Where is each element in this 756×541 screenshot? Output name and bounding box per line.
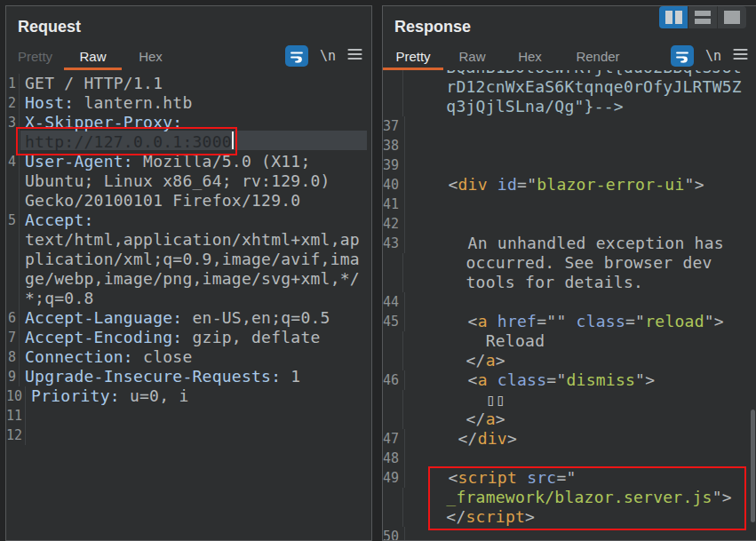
tab-render[interactable]: Render xyxy=(559,42,637,70)
line-number xyxy=(383,77,403,97)
code-line[interactable]: ▯▯ xyxy=(383,390,756,410)
code-line[interactable]: 46 <a class="dismiss"> xyxy=(383,370,756,390)
code-line[interactable]: 42 xyxy=(383,214,756,234)
layout-split-columns-button[interactable] xyxy=(659,6,688,28)
row-bar xyxy=(695,11,711,16)
code-text: BQanB1B0toewrKTjt{duo2BBqtSJUt xyxy=(403,70,742,77)
code-line[interactable]: q3jQjlSLna/Qg"}--> xyxy=(383,97,756,116)
code-line[interactable]: </script> xyxy=(383,507,756,527)
soft-wrap-toggle-icon[interactable] xyxy=(671,45,694,67)
code-line[interactable]: 39 xyxy=(383,155,756,175)
code-line[interactable]: Gecko/20100101 Firefox/129.0 xyxy=(6,191,371,211)
code-line[interactable]: ge/webp,image/png,image/svg+xml,*/ xyxy=(6,269,371,289)
code-text: <script src=" xyxy=(405,468,577,488)
response-editor[interactable]: BQanB1B0toewrKTjt{duo2BBqtSJUt rD12cnWxE… xyxy=(383,70,756,540)
code-text: occurred. See browser dev xyxy=(403,253,712,273)
line-number: 2 xyxy=(6,93,20,113)
code-text: </div> xyxy=(405,429,517,449)
tab-raw[interactable]: Raw xyxy=(443,42,501,70)
code-line[interactable]: 1GET / HTTP/1.1 xyxy=(6,74,371,93)
code-text: q3jQjlSLna/Qg"}--> xyxy=(403,97,624,116)
tab-pretty[interactable]: Pretty xyxy=(383,42,443,70)
code-line[interactable]: 41 xyxy=(383,195,756,214)
code-line[interactable]: Ubuntu; Linux x86_64; rv:129.0) xyxy=(6,171,371,191)
layout-split-rows-button[interactable] xyxy=(688,6,717,28)
code-text: Accept-Encoding: gzip, deflate xyxy=(20,328,321,347)
code-line[interactable]: text/html,application/xhtml+xml,ap xyxy=(6,230,371,250)
code-line[interactable]: BQanB1B0toewrKTjt{duo2BBqtSJUt xyxy=(383,70,756,77)
code-line[interactable]: 5Accept: xyxy=(6,211,371,230)
code-line[interactable]: 44 xyxy=(383,292,756,312)
code-line[interactable]: 43 An unhandled exception has xyxy=(383,234,756,253)
code-line[interactable]: 8Connection: close xyxy=(6,347,371,367)
code-line[interactable]: 37 xyxy=(383,116,756,136)
code-text xyxy=(405,136,409,155)
code-line[interactable]: 4User-Agent: Mozilla/5.0 (X11; xyxy=(6,152,371,171)
line-number xyxy=(6,269,20,289)
vertical-scrollbar-thumb[interactable] xyxy=(751,410,755,522)
code-line[interactable]: *;q=0.8 xyxy=(6,289,371,308)
code-text: X-Skipper-Proxy: xyxy=(20,113,182,132)
row-bar xyxy=(695,19,711,24)
code-line[interactable]: Reload xyxy=(383,331,756,351)
response-panel: Response PrettyRawHexRender \n xyxy=(382,5,756,541)
code-text: text/html,application/xhtml+xml,ap xyxy=(20,230,360,250)
line-number: 7 xyxy=(6,328,20,347)
code-text: Accept: xyxy=(20,211,94,230)
line-number: 44 xyxy=(383,292,405,312)
code-line[interactable]: http://127.0.0.1:3000 xyxy=(6,132,371,152)
code-line[interactable]: </a> xyxy=(383,410,756,429)
tab-raw[interactable]: Raw xyxy=(64,42,122,70)
line-number xyxy=(383,273,403,292)
code-line[interactable]: 40 <div id="blazor-error-ui"> xyxy=(383,175,756,195)
editor-menu-icon[interactable] xyxy=(347,48,362,64)
tab-hex[interactable]: Hex xyxy=(122,42,179,70)
request-editor[interactable]: 1GET / HTTP/1.12Host: lantern.htb3X-Skip… xyxy=(6,70,371,540)
code-line[interactable]: 49 <script src=" xyxy=(383,468,756,488)
code-line[interactable]: 11 xyxy=(6,406,371,426)
code-text: _framework/blazor.server.js"> xyxy=(403,488,732,507)
code-line[interactable]: 3X-Skipper-Proxy: xyxy=(6,113,371,132)
text-caret xyxy=(232,131,234,149)
code-line[interactable]: 2Host: lantern.htb xyxy=(6,93,371,113)
code-line[interactable]: rD12cnWxEaS6Ktqnqe0rOfyJLRTW5Z xyxy=(383,77,756,97)
code-line[interactable]: 9Upgrade-Insecure-Requests: 1 xyxy=(6,367,371,386)
code-text: </a> xyxy=(403,351,505,370)
editor-menu-icon[interactable] xyxy=(733,48,748,64)
line-number xyxy=(383,351,403,370)
code-text: Reload xyxy=(403,331,545,351)
line-number: 1 xyxy=(6,74,20,93)
code-text: Accept-Language: en-US,en;q=0.5 xyxy=(20,308,330,328)
code-line[interactable]: 47 </div> xyxy=(383,429,756,449)
code-text: </script> xyxy=(403,507,535,527)
code-text xyxy=(405,449,409,468)
column-bar xyxy=(665,11,672,24)
code-line[interactable]: 50 xyxy=(383,527,756,540)
code-text: Connection: close xyxy=(20,347,193,367)
newline-toggle-icon[interactable]: \n xyxy=(320,48,336,64)
code-line[interactable]: 12 xyxy=(6,426,371,445)
code-line[interactable]: 45 <a href="" class="reload"> xyxy=(383,312,756,331)
newline-toggle-icon[interactable]: \n xyxy=(705,48,721,64)
tab-hex[interactable]: Hex xyxy=(501,42,559,70)
code-line[interactable]: 38 xyxy=(383,136,756,155)
layout-single-pane-button[interactable] xyxy=(718,6,746,28)
code-line[interactable]: _framework/blazor.server.js"> xyxy=(383,488,756,507)
code-line[interactable]: 10Priority: u=0, i xyxy=(6,386,371,406)
code-line[interactable]: 48 xyxy=(383,449,756,468)
code-line[interactable]: plication/xml;q=0.9,image/avif,ima xyxy=(6,250,371,269)
code-line[interactable]: 6Accept-Language: en-US,en;q=0.5 xyxy=(6,308,371,328)
code-line[interactable]: tools for details. xyxy=(383,273,756,292)
code-text: *;q=0.8 xyxy=(20,289,94,308)
line-number: 39 xyxy=(383,155,405,175)
code-line[interactable]: 7Accept-Encoding: gzip, deflate xyxy=(6,328,371,347)
line-number: 49 xyxy=(383,468,405,488)
line-number xyxy=(383,410,403,429)
line-number: 45 xyxy=(383,312,405,331)
tab-pretty: Pretty xyxy=(6,42,64,70)
code-line[interactable]: occurred. See browser dev xyxy=(383,253,756,273)
code-line[interactable]: </a> xyxy=(383,351,756,370)
line-number: 5 xyxy=(6,211,20,230)
code-text: http://127.0.0.1:3000 xyxy=(20,132,232,152)
soft-wrap-toggle-icon[interactable] xyxy=(285,45,308,67)
